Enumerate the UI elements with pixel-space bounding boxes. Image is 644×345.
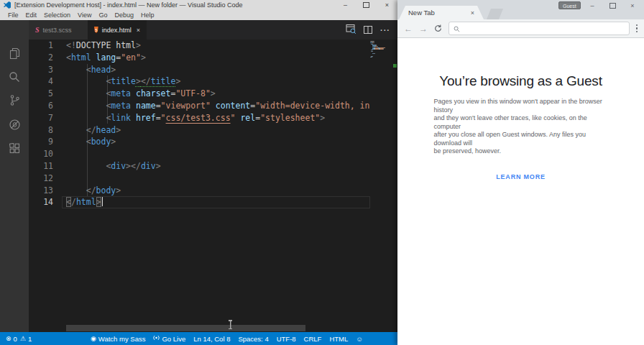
browser-close-button[interactable]: × [622, 0, 643, 11]
open-preview-icon[interactable] [346, 24, 356, 37]
code-line[interactable]: 14</html> [29, 196, 369, 208]
code-line[interactable]: 4 <title></title> [29, 75, 369, 88]
browser-tab-new-tab[interactable]: New Tab × [399, 6, 484, 19]
guest-body-text: Pages you view in this window won't appe… [434, 98, 608, 156]
split-editor-icon[interactable] [364, 24, 372, 37]
line-number: 9 [29, 136, 53, 148]
eol-sequence[interactable]: CRLF [304, 335, 322, 343]
code-line[interactable]: 10 [29, 148, 369, 160]
warning-icon: ⚠ [20, 335, 26, 342]
menu-item-edit[interactable]: Edit [22, 12, 41, 19]
guest-profile-badge[interactable]: Guest [558, 1, 581, 9]
source-control-icon[interactable] [8, 93, 21, 106]
code-line[interactable]: 6 <meta name="viewport" content="width=d… [29, 100, 369, 112]
back-icon[interactable]: ← [404, 24, 413, 33]
line-number: 5 [29, 88, 53, 100]
maximize-button[interactable] [356, 0, 377, 10]
eye-icon: ◉ [91, 335, 96, 342]
code-line[interactable]: 5 <meta charset="UTF-8"> [29, 88, 369, 100]
reload-icon[interactable] [434, 22, 442, 35]
code-line[interactable]: 8 </head> [29, 124, 369, 137]
code-line[interactable]: 3 <head> [29, 64, 369, 76]
problems-warnings[interactable]: ⚠ 1 [20, 335, 32, 343]
browser-menu-icon[interactable] [636, 24, 638, 33]
debug-icon[interactable] [8, 118, 21, 131]
address-search-icon [454, 22, 460, 35]
code-lines: 1<!DOCTYPE html>2<html lang="en">3 <head… [29, 40, 369, 208]
tab-test3-scss[interactable]: S test3.scss [29, 20, 88, 40]
browser-page: You’re browsing as a Guest Pages you vie… [397, 39, 644, 345]
code-line[interactable]: 1<!DOCTYPE html> [29, 40, 369, 52]
editor-actions: ··· [346, 20, 397, 40]
horizontal-scrollbar[interactable] [66, 325, 305, 331]
browser-minimize-button[interactable]: – [582, 0, 602, 11]
go-live-button[interactable]: Go Live [153, 334, 185, 343]
explorer-icon[interactable] [8, 47, 21, 60]
browser-window: Guest – × New Tab × ← → You [397, 0, 644, 345]
line-number: 12 [29, 172, 53, 185]
code-line[interactable]: 9 <body> [29, 136, 369, 148]
tab-label: index.html [102, 27, 132, 34]
minimize-button[interactable]: – [335, 0, 356, 10]
language-mode[interactable]: HTML [329, 335, 348, 343]
search-icon[interactable] [8, 70, 21, 83]
close-button[interactable]: × [377, 0, 397, 10]
line-number: 4 [29, 75, 53, 88]
code-line[interactable]: 12 [29, 172, 369, 185]
watch-sass-button[interactable]: ◉ Watch my Sass [91, 335, 146, 343]
line-number: 10 [29, 148, 53, 160]
sass-icon: S [35, 26, 40, 34]
code-line[interactable]: 7 <link href="css/test3.css" rel="styles… [29, 112, 369, 124]
line-number: 1 [29, 40, 53, 52]
line-number: 13 [29, 185, 53, 197]
vscode-menubar: FileEditSelectionViewGoDebugHelp [0, 10, 402, 20]
status-bar: ⊗ 0 ⚠ 1 ◉ Watch my Sass Go Live Ln 14, C… [0, 332, 397, 345]
code-line[interactable]: 13 </body> [29, 185, 369, 197]
line-number: 7 [29, 112, 53, 124]
menu-item-file[interactable]: File [4, 12, 22, 19]
overview-ruler-mark [393, 64, 397, 68]
forward-icon[interactable]: → [419, 24, 428, 33]
line-number: 3 [29, 64, 53, 76]
learn-more-link[interactable]: LEARN MORE [496, 173, 546, 180]
menu-item-view[interactable]: View [74, 12, 95, 19]
address-input[interactable] [463, 24, 625, 33]
address-bar[interactable] [448, 22, 630, 35]
line-number: 11 [29, 160, 53, 172]
tab-index-html[interactable]: 5 index.html × [88, 20, 147, 40]
mouse-ibeam-cursor [228, 320, 233, 329]
vscode-window-controls: – × [335, 0, 397, 10]
screen: [Extension Development Host] - index.htm… [0, 0, 644, 345]
editor-tabbar: S test3.scss 5 index.html × ··· [29, 20, 397, 40]
cursor-position[interactable]: Ln 14, Col 8 [193, 335, 230, 343]
more-actions-icon[interactable]: ··· [380, 26, 390, 34]
browser-maximize-button[interactable] [602, 0, 622, 11]
minimap[interactable] [369, 40, 390, 127]
menu-item-debug[interactable]: Debug [111, 12, 137, 19]
tab-close-icon[interactable]: × [137, 27, 140, 34]
browser-tab-title: New Tab [408, 9, 471, 17]
code-line[interactable]: 2<html lang="en"> [29, 52, 369, 64]
menu-item-help[interactable]: Help [137, 12, 158, 19]
menu-item-go[interactable]: Go [95, 12, 111, 19]
browser-toolbar: ← → [397, 19, 644, 38]
browser-tab-close-icon[interactable]: × [471, 9, 474, 17]
broadcast-icon [153, 334, 160, 343]
vscode-logo-icon [4, 1, 11, 9]
line-number: 6 [29, 100, 53, 112]
menu-item-selection[interactable]: Selection [40, 12, 74, 19]
code-line[interactable]: 11 <div></div> [29, 160, 369, 172]
problems-errors[interactable]: ⊗ 0 [6, 335, 17, 343]
feedback-smiley-icon[interactable]: ☺ [356, 335, 363, 343]
line-number: 8 [29, 124, 53, 137]
activity-bar [0, 20, 29, 332]
browser-window-controls: – × [582, 0, 643, 11]
line-number: 14 [29, 196, 53, 208]
indentation[interactable]: Spaces: 4 [238, 335, 268, 343]
window-title: [Extension Development Host] - index.htm… [14, 1, 242, 9]
extensions-icon[interactable] [8, 142, 21, 155]
text-cursor [102, 197, 104, 206]
code-editor[interactable]: 1<!DOCTYPE html>2<html lang="en">3 <head… [29, 40, 397, 332]
encoding[interactable]: UTF-8 [277, 335, 296, 343]
html-icon: 5 [94, 27, 98, 33]
